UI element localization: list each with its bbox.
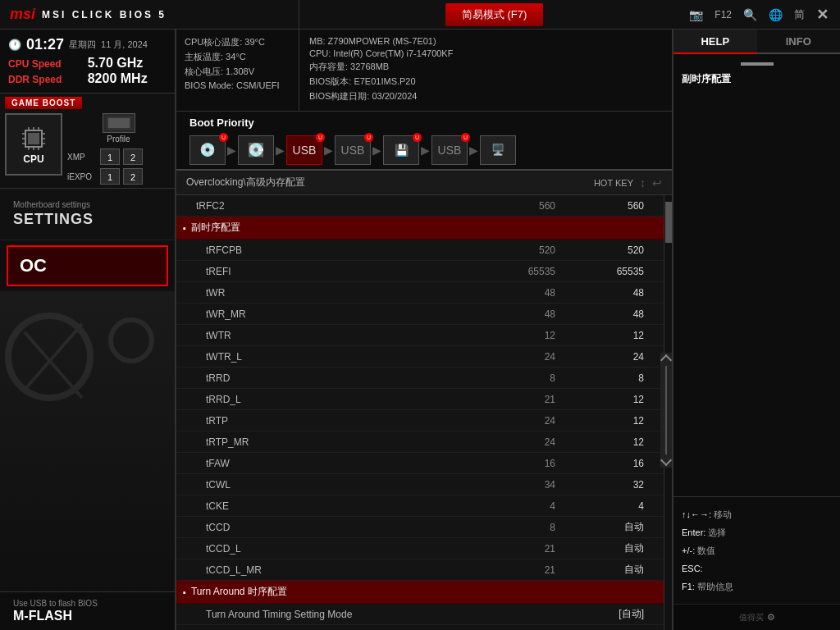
- boot-badge-4: U: [364, 133, 373, 142]
- close-button[interactable]: ✕: [816, 6, 829, 24]
- row-val2: 12: [572, 330, 654, 341]
- table-row[interactable]: tCCD_L_MR21自动: [176, 559, 664, 581]
- boot-badge-6: U: [461, 133, 470, 142]
- bios-title: MSI CLICK BIOS 5: [42, 9, 167, 21]
- svg-rect-20: [741, 62, 774, 66]
- f12-label[interactable]: F12: [714, 9, 732, 21]
- oc-label: OC: [20, 255, 155, 276]
- camera-icon: 📷: [689, 8, 703, 21]
- tab-info[interactable]: INFO: [757, 30, 841, 54]
- boot-device-7[interactable]: 🖥️: [480, 135, 516, 165]
- sidebar-item-oc[interactable]: OC: [7, 245, 168, 286]
- right-panel-scroll[interactable]: [660, 353, 672, 468]
- table-row[interactable]: tCCD8自动: [176, 517, 664, 538]
- lang-label[interactable]: 简: [794, 7, 805, 22]
- svg-line-17: [25, 332, 82, 398]
- table-row[interactable]: tWR4848: [176, 282, 664, 304]
- row-name: tCCD_L_MR: [186, 564, 490, 576]
- game-boost-label: GAME BOOST: [5, 97, 82, 109]
- row-val2: 24: [572, 351, 654, 363]
- row-name: tCWL: [186, 479, 490, 491]
- date-display: 11 月, 2024: [101, 39, 148, 51]
- sidebar-item-mflash[interactable]: Use USB to flash BIOS M-FLASH: [0, 591, 175, 630]
- row-val1: 65535: [490, 266, 572, 277]
- svg-point-19: [111, 320, 152, 361]
- row-val2: 自动: [572, 563, 654, 577]
- table-row[interactable]: tWR_MR4848: [176, 304, 664, 325]
- help-content-title: 副时序配置: [682, 72, 832, 86]
- section-header[interactable]: ▪副时序配置: [176, 217, 664, 240]
- table-row[interactable]: tRTP_MR2412: [176, 431, 664, 453]
- row-name: tRFC2: [186, 200, 490, 212]
- table-row[interactable]: tCCD_L21自动: [176, 538, 664, 559]
- row-val2: 32: [572, 479, 654, 491]
- globe-icon[interactable]: 🌐: [769, 8, 783, 21]
- xmp-btn-1[interactable]: 1: [100, 148, 120, 165]
- cpu-info: CPU: Intel(R) Core(TM) i7-14700KF: [309, 48, 662, 58]
- row-name: tRRD: [186, 372, 490, 384]
- row-val1: 8: [490, 522, 572, 533]
- row-val2: 8: [572, 372, 654, 384]
- table-row[interactable]: tCWL3432: [176, 474, 664, 495]
- tab-help[interactable]: HELP: [673, 30, 757, 54]
- search-icon[interactable]: 🔍: [743, 8, 757, 21]
- boot-arrow-5: ▶: [421, 144, 430, 157]
- boot-device-2[interactable]: 💽: [238, 135, 274, 165]
- row-name: tRFCPB: [186, 244, 490, 256]
- table-row[interactable]: tRRD_L2112: [176, 389, 664, 410]
- hotkey-icon-2[interactable]: ↩: [652, 176, 662, 189]
- row-name: tREFI: [186, 266, 490, 277]
- iexpo-label: iEXPO: [67, 172, 97, 181]
- boot-arrow-2: ▶: [276, 144, 285, 157]
- row-name: tRTP_MR: [186, 436, 490, 448]
- hotkey-icon-1: ↕: [640, 176, 646, 189]
- svg-rect-1: [28, 133, 39, 144]
- iexpo-btn-1[interactable]: 1: [100, 168, 120, 185]
- xmp-label: XMP: [67, 153, 97, 162]
- row-name: tWTR_L: [186, 351, 490, 363]
- bios-mode: BIOS Mode: CSM/UEFI: [185, 80, 290, 90]
- boot-device-1[interactable]: 💿 U: [189, 135, 226, 165]
- row-name: tWR_MR: [186, 308, 490, 320]
- ddr-speed-label: DDR Speed: [8, 74, 81, 85]
- row-val2: 4: [572, 500, 654, 512]
- row-val2: 自动: [572, 541, 654, 555]
- key-hint-move: ↑↓←→: 移动: [682, 505, 832, 523]
- boot-device-6[interactable]: USB U: [431, 135, 468, 165]
- cpu-temp: CPU核心温度: 39°C: [185, 36, 290, 48]
- row-val1: 16: [490, 458, 572, 469]
- boot-device-3[interactable]: USB U: [286, 135, 322, 165]
- hotkey-button[interactable]: HOT KEY: [594, 178, 633, 188]
- row-name: tRTP: [186, 415, 490, 427]
- iexpo-btn-2[interactable]: 2: [123, 168, 143, 185]
- sidebar-item-settings[interactable]: Motherboard settings SETTINGS: [0, 189, 175, 240]
- board-temp: 主板温度: 34°C: [185, 51, 290, 63]
- table-row[interactable]: tFAW1616: [176, 453, 664, 474]
- clock-icon: 🕐: [8, 39, 21, 51]
- table-row[interactable]: tCKE44: [176, 495, 664, 517]
- xmp-btn-2[interactable]: 2: [123, 148, 143, 165]
- table-row[interactable]: tRFC2560560: [176, 195, 664, 217]
- row-name: tCCD: [186, 522, 490, 533]
- settings-label: SETTINGS: [13, 211, 162, 228]
- table-row[interactable]: tRTP2412: [176, 410, 664, 431]
- easy-mode-button[interactable]: 简易模式 (F7): [445, 3, 543, 26]
- usb-flash-label: M-FLASH: [13, 609, 162, 623]
- row-val2: 65535: [572, 266, 654, 277]
- table-row[interactable]: tRFCPB520520: [176, 240, 664, 261]
- boot-device-4[interactable]: USB U: [335, 135, 371, 165]
- boot-device-5[interactable]: 💾 U: [383, 135, 419, 165]
- section-header[interactable]: ▪Turn Around 时序配置: [176, 581, 664, 604]
- table-row[interactable]: tWTR_L2424: [176, 346, 664, 368]
- table-row[interactable]: tREFI6553565535: [176, 261, 664, 282]
- table-row[interactable]: tWTR1212: [176, 325, 664, 346]
- table-row[interactable]: tRDRDSG1616: [176, 625, 664, 630]
- svg-rect-15: [108, 118, 130, 128]
- row-val1: 24: [490, 351, 572, 363]
- cpu-boost-button[interactable]: CPU: [5, 113, 62, 176]
- table-row[interactable]: Turn Around Timing Setting Mode[自动]: [176, 604, 664, 625]
- row-val2: 48: [572, 308, 654, 320]
- table-row[interactable]: tRRD88: [176, 368, 664, 389]
- row-val2: 12: [572, 436, 654, 448]
- row-name: tCKE: [186, 500, 490, 512]
